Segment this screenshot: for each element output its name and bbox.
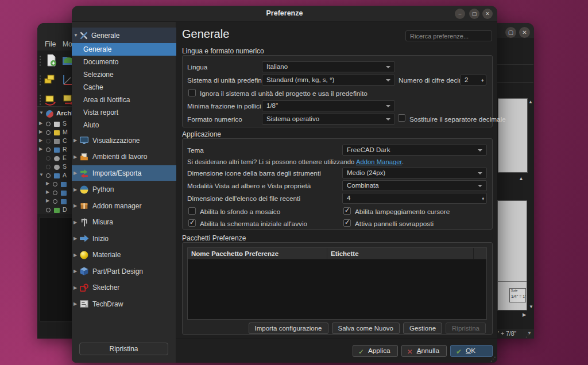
visibility-eye-icon[interactable] — [53, 182, 57, 187]
visibility-eye-icon[interactable] — [46, 208, 51, 212]
sidebar-group-techdraw[interactable]: ▶ TechDraw — [72, 296, 176, 312]
sidebar-item-area-di-notifica[interactable]: Area di Notifica — [72, 94, 176, 106]
bg-maximize-button[interactable]: ▢ — [505, 27, 516, 38]
toolbar-grip[interactable] — [39, 55, 41, 67]
caret-down-icon[interactable]: ▼ — [39, 172, 44, 177]
scroll-up-icon[interactable]: ▲ — [519, 176, 524, 181]
column-header-extra[interactable] — [474, 248, 486, 259]
ripristina-pack-button[interactable]: Ripristina — [446, 323, 486, 334]
annulla-button[interactable]: ✕Annulla — [401, 345, 447, 357]
caret-right-icon[interactable]: ▶ — [46, 198, 49, 203]
sidebar-group-addon-manager[interactable]: ▶ Addon manager — [72, 198, 176, 213]
dialog-resize-grip[interactable]: ⋰ — [490, 356, 496, 362]
sidebar-group-materiale[interactable]: ▶ Materiale — [72, 247, 176, 263]
caret-right-icon[interactable]: ▶ — [74, 138, 77, 143]
caret-right-icon[interactable]: ▶ — [74, 203, 77, 208]
caret-down-icon[interactable]: ▼ — [39, 110, 44, 115]
sidebar-group-generale[interactable]: ▼ Generale — [72, 28, 176, 43]
minimize-button[interactable]: – — [455, 9, 465, 19]
ignora-unita-checkbox[interactable] — [188, 89, 196, 96]
maximize-button[interactable]: ▢ — [469, 9, 479, 19]
decimali-spinbox[interactable]: 2 — [460, 75, 486, 86]
sidebar-group-inizio[interactable]: ▶ Inizio — [72, 231, 176, 246]
recenti-spinbox[interactable]: 4 — [342, 193, 487, 204]
new-document-icon[interactable] — [44, 53, 58, 67]
sidebar-group-misura[interactable]: ▶ Misura — [72, 215, 176, 230]
icone-combobox[interactable]: Medio (24px) — [342, 168, 487, 178]
caret-right-icon[interactable]: ▶ — [46, 181, 49, 186]
caret-right-icon[interactable]: ▶ — [74, 301, 77, 306]
caret-right-icon[interactable]: ▶ — [74, 236, 77, 241]
visibility-eye-icon[interactable] — [46, 130, 51, 135]
visibility-eye-icon[interactable] — [46, 139, 51, 143]
column-header-etichette[interactable]: Etichette — [327, 248, 474, 259]
visibility-eye-icon[interactable] — [46, 147, 51, 152]
sidebar-group-ambienti-di-lavoro[interactable]: ▶ Ambienti di lavoro — [72, 149, 176, 165]
caret-right-icon[interactable]: ▶ — [74, 170, 77, 176]
caret-right-icon[interactable]: ▶ — [74, 253, 77, 258]
scroll-down-icon[interactable]: ▼ — [529, 304, 533, 309]
caret-right-icon[interactable]: ▶ — [74, 154, 77, 160]
solid-parts-icon[interactable] — [43, 73, 57, 87]
sidebar-group-importa-esporta[interactable]: ▶ Importa/Esporta — [72, 165, 176, 181]
visibility-eye-icon[interactable] — [53, 199, 57, 204]
menu-file[interactable]: File — [45, 40, 56, 48]
visibility-eye-icon[interactable] — [46, 173, 51, 178]
sidebar-group-sketcher[interactable]: ▶ Sketcher — [72, 280, 176, 296]
caret-right-icon[interactable]: ▶ — [74, 285, 77, 290]
bg-close-button[interactable]: ✕ — [519, 27, 530, 38]
close-button[interactable]: ✕ — [482, 9, 493, 19]
preference-packs-table[interactable]: Nome Pacchetto Preferenze Etichette — [187, 247, 487, 320]
avvio-checkbox[interactable] — [188, 219, 196, 227]
formato-combobox[interactable]: Sistema operativo — [262, 114, 395, 125]
frazione-combobox[interactable]: 1/8" — [262, 100, 395, 111]
caret-right-icon[interactable]: ▶ — [39, 121, 42, 126]
addon-manager-link[interactable]: Addon Manager — [356, 158, 402, 165]
tema-combobox[interactable]: FreeCAD Dark — [342, 145, 487, 156]
menu-modifica[interactable]: Mo — [63, 40, 72, 48]
caret-right-icon[interactable]: ▶ — [39, 138, 42, 143]
scroll-right-icon[interactable]: ▶ — [523, 312, 526, 317]
sidebar-item-selezione[interactable]: Selezione — [72, 68, 176, 81]
applica-button[interactable]: ✓Applica — [353, 345, 398, 357]
sidebar-item-aiuto[interactable]: Aiuto — [72, 119, 176, 131]
ok-button[interactable]: ✔OK — [450, 345, 493, 357]
caret-right-icon[interactable]: ▶ — [74, 220, 77, 225]
unita-combobox[interactable]: Standard (mm, kg, s, °) — [262, 75, 395, 86]
visibility-eye-icon[interactable] — [46, 122, 51, 126]
caret-down-icon[interactable]: ▼ — [74, 33, 78, 38]
dialog-titlebar[interactable]: Preferenze – ▢ ✕ — [72, 6, 497, 22]
mosaico-checkbox[interactable] — [188, 207, 196, 215]
visibility-eye-icon[interactable] — [46, 165, 51, 169]
separatore-checkbox[interactable] — [398, 114, 405, 122]
caret-right-icon[interactable]: ▶ — [74, 187, 77, 192]
caret-right-icon[interactable]: ▶ — [39, 129, 42, 134]
column-header-nome[interactable]: Nome Pacchetto Preferenze — [188, 248, 327, 259]
bg-resize-grip[interactable]: ⋰ — [525, 332, 531, 338]
toolbar-grip[interactable] — [39, 75, 41, 86]
sidebar-group-python[interactable]: ▶ Python — [72, 182, 176, 197]
caret-right-icon[interactable]: ▶ — [39, 146, 42, 152]
salva-come-nuovo-button[interactable]: Salva come Nuovo — [332, 323, 400, 334]
toolbar-grip[interactable] — [39, 94, 41, 106]
sidebar-item-cache[interactable]: Cache — [72, 81, 176, 94]
sidebar-item-documento[interactable]: Documento — [72, 56, 176, 68]
lingua-combobox[interactable]: Italiano — [262, 61, 395, 72]
sidebar-reset-button[interactable]: Ripristina — [79, 343, 168, 355]
rotate-part-icon[interactable] — [43, 92, 57, 106]
visibility-eye-icon[interactable] — [46, 156, 51, 161]
gestione-button[interactable]: Gestione — [403, 323, 442, 334]
caret-right-icon[interactable]: ▶ — [74, 269, 77, 274]
sidebar-item-generale[interactable]: Generale — [72, 43, 176, 56]
sidebar-item-vista-report[interactable]: Vista report — [72, 106, 176, 119]
vista-combobox[interactable]: Combinata — [342, 180, 487, 191]
visibility-eye-icon[interactable] — [53, 191, 57, 195]
importa-configurazione-button[interactable]: Importa configurazione — [249, 323, 328, 334]
sidebar-group-part-part-design[interactable]: ▶ Part/Part Design — [72, 263, 176, 279]
search-input[interactable] — [405, 30, 492, 41]
cursore-checkbox[interactable] — [343, 207, 351, 215]
scroll-up-icon[interactable]: ▲ — [528, 99, 533, 104]
sidebar-group-visualizzazione[interactable]: ▶ Visualizzazione — [72, 133, 176, 148]
caret-right-icon[interactable]: ▶ — [46, 189, 49, 195]
pannelli-checkbox[interactable] — [343, 219, 351, 227]
